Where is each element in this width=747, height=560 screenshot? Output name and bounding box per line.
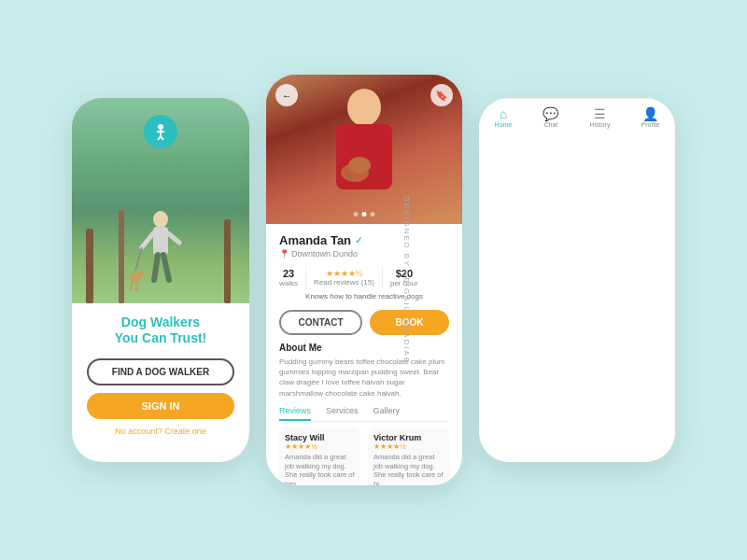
stat-divider-2 — [382, 266, 383, 288]
review-card-1: Stacy Will ★★★★½ Amanda did a great job … — [279, 427, 360, 485]
bookmark-button[interactable]: 🔖 — [430, 84, 453, 106]
nav-home-3[interactable]: ⌂ Home — [495, 106, 513, 455]
home-icon-3: ⌂ — [495, 106, 513, 121]
create-account-link[interactable]: Create one — [164, 427, 206, 436]
review-card-2: Victor Krum ★★★★½ Amanda did a great job… — [368, 427, 449, 485]
dot-3 — [371, 212, 375, 217]
nav-chat-3[interactable]: 💬 Chat — [543, 106, 558, 455]
svg-point-0 — [153, 211, 168, 228]
sign-in-button[interactable]: SIGN IN — [87, 393, 234, 419]
find-dog-walker-button[interactable]: FIND A DOG WALKER — [87, 358, 234, 385]
person-dog-icon — [128, 191, 193, 303]
walks-stat: 23 walks — [279, 268, 298, 287]
location-icon: 📍 — [279, 249, 289, 259]
nav-history-3[interactable]: ☰ History — [590, 106, 611, 455]
tagline-line2: You Can Trust! — [87, 330, 234, 345]
search-screen: 📍 Your Location Filters ⚙ 500+ dog walke… — [479, 98, 675, 462]
tab-gallery[interactable]: Gallery — [374, 406, 401, 421]
svg-line-9 — [131, 281, 133, 289]
profile-location: 📍 Downtown Dundo — [279, 249, 449, 259]
reviews-stat: ★★★★½ Read reviews (15) — [314, 269, 374, 287]
reviewer-2-stars: ★★★★½ — [374, 442, 444, 451]
contact-button[interactable]: CONTACT — [279, 310, 362, 335]
reviewer-1-stars: ★★★★½ — [285, 442, 355, 451]
about-title: About Me — [279, 343, 449, 353]
profile-icon-3: 👤 — [641, 106, 660, 121]
history-icon-3: ☰ — [590, 106, 611, 121]
app-logo — [144, 115, 177, 148]
dot-1 — [354, 212, 359, 217]
skill-tag: Knows how to handle reactive dogs — [279, 292, 449, 301]
svg-point-19 — [348, 157, 371, 174]
action-buttons: CONTACT BOOK — [266, 310, 462, 343]
verified-icon: ✓ — [355, 235, 362, 245]
svg-rect-1 — [153, 227, 168, 255]
profile-name: Amanda Tan ✓ — [279, 233, 449, 247]
reviewer-1-text: Amanda did a great job walking my dog. S… — [285, 453, 355, 485]
no-account-text: No account? Create one — [72, 427, 249, 436]
svg-point-16 — [347, 89, 381, 126]
watermark: DESIGNED BY ABIGAIL UWADIAE — [402, 196, 410, 364]
bottom-nav-3: ⌂ Home 💬 Chat ☰ History 👤 Profile — [479, 98, 675, 462]
dog-walker-logo-icon — [151, 122, 170, 141]
svg-line-5 — [163, 255, 169, 280]
svg-line-15 — [161, 136, 163, 140]
svg-point-11 — [158, 124, 163, 130]
reviews-grid: Stacy Will ★★★★½ Amanda did a great job … — [266, 422, 462, 485]
reviewer-2-name: Victor Krum — [374, 433, 444, 442]
landing-screen: Dog Walkers You Can Trust! FIND A DOG WA… — [72, 98, 249, 462]
back-button[interactable]: ← — [275, 84, 298, 106]
svg-line-2 — [142, 233, 153, 247]
dot-2-active — [362, 212, 367, 217]
reviewer-2-text: Amanda did a great job walking my dog. S… — [374, 453, 444, 485]
tab-reviews[interactable]: Reviews — [279, 406, 311, 421]
reviewer-1-name: Stacy Will — [285, 433, 355, 442]
tagline: Dog Walkers You Can Trust! — [72, 303, 249, 349]
stats-row: 23 walks ★★★★½ Read reviews (15) $20 per… — [279, 266, 449, 288]
profile-info: Amanda Tan ✓ 📍 Downtown Dundo 23 walks ★… — [266, 224, 462, 310]
svg-line-10 — [136, 282, 137, 290]
about-section: About Me Pudding gummy bears toffee choc… — [266, 343, 462, 399]
profile-tabs: Reviews Services Gallery — [279, 406, 449, 422]
profile-photo: ← 🔖 — [266, 75, 462, 224]
chat-icon-3: 💬 — [543, 106, 558, 121]
stat-divider-1 — [305, 266, 306, 288]
nav-profile-3[interactable]: 👤 Profile — [641, 106, 660, 455]
svg-rect-17 — [336, 124, 392, 189]
profile-screen: ← 🔖 Amanda Tan ✓ 📍 Downtown Dundo — [266, 75, 462, 485]
svg-line-4 — [154, 255, 158, 280]
hero-image — [72, 98, 249, 303]
image-dots — [354, 212, 375, 217]
svg-line-6 — [135, 247, 142, 271]
about-text: Pudding gummy bears toffee chocolate cak… — [279, 357, 449, 399]
tagline-line1: Dog Walkers — [87, 315, 234, 330]
svg-line-3 — [168, 233, 179, 243]
tab-services[interactable]: Services — [326, 406, 359, 421]
svg-point-8 — [137, 271, 145, 276]
